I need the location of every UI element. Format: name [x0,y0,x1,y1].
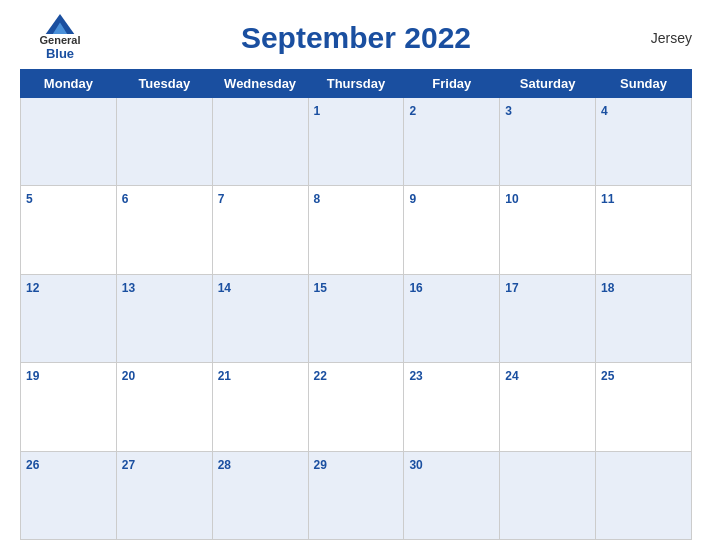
logo: General Blue [20,14,100,61]
day-number: 12 [26,281,39,295]
day-number: 27 [122,458,135,472]
weekday-header-sunday: Sunday [596,70,692,98]
calendar-cell: 15 [308,274,404,362]
calendar-cell: 14 [212,274,308,362]
calendar-cell: 9 [404,186,500,274]
calendar-cell: 13 [116,274,212,362]
weekday-header-friday: Friday [404,70,500,98]
calendar-cell: 18 [596,274,692,362]
week-row-1: 1234 [21,98,692,186]
day-number: 14 [218,281,231,295]
calendar-cell: 12 [21,274,117,362]
calendar-cell: 27 [116,451,212,539]
weekday-header-saturday: Saturday [500,70,596,98]
calendar-cell [116,98,212,186]
calendar-cell: 28 [212,451,308,539]
calendar-cell: 11 [596,186,692,274]
region-label: Jersey [612,30,692,46]
weekday-header-wednesday: Wednesday [212,70,308,98]
calendar-table: MondayTuesdayWednesdayThursdayFridaySatu… [20,69,692,540]
calendar-cell: 8 [308,186,404,274]
day-number: 1 [314,104,321,118]
calendar-cell: 30 [404,451,500,539]
calendar-cell: 10 [500,186,596,274]
calendar-cell: 25 [596,363,692,451]
day-number: 5 [26,192,33,206]
day-number: 21 [218,369,231,383]
calendar-cell: 16 [404,274,500,362]
day-number: 4 [601,104,608,118]
weekday-header-thursday: Thursday [308,70,404,98]
day-number: 23 [409,369,422,383]
day-number: 19 [26,369,39,383]
calendar-cell [212,98,308,186]
day-number: 26 [26,458,39,472]
day-number: 8 [314,192,321,206]
logo-general: General [40,34,81,46]
week-row-2: 567891011 [21,186,692,274]
weekday-header-monday: Monday [21,70,117,98]
calendar-cell: 19 [21,363,117,451]
week-row-3: 12131415161718 [21,274,692,362]
day-number: 29 [314,458,327,472]
calendar-cell: 23 [404,363,500,451]
logo-icon [45,14,75,34]
day-number: 16 [409,281,422,295]
day-number: 2 [409,104,416,118]
calendar-cell [596,451,692,539]
day-number: 28 [218,458,231,472]
week-row-5: 2627282930 [21,451,692,539]
calendar-cell: 17 [500,274,596,362]
day-number: 13 [122,281,135,295]
week-row-4: 19202122232425 [21,363,692,451]
calendar-cell: 21 [212,363,308,451]
day-number: 9 [409,192,416,206]
calendar-cell: 20 [116,363,212,451]
calendar-cell: 4 [596,98,692,186]
weekday-header-tuesday: Tuesday [116,70,212,98]
calendar-cell: 3 [500,98,596,186]
day-number: 15 [314,281,327,295]
calendar-cell: 24 [500,363,596,451]
day-number: 17 [505,281,518,295]
day-number: 18 [601,281,614,295]
day-number: 30 [409,458,422,472]
calendar-cell: 26 [21,451,117,539]
day-number: 10 [505,192,518,206]
day-number: 6 [122,192,129,206]
day-number: 25 [601,369,614,383]
calendar-title: September 2022 [241,21,471,55]
day-number: 11 [601,192,614,206]
calendar-cell [21,98,117,186]
day-number: 20 [122,369,135,383]
calendar-cell: 22 [308,363,404,451]
weekday-header-row: MondayTuesdayWednesdayThursdayFridaySatu… [21,70,692,98]
day-number: 24 [505,369,518,383]
calendar-cell: 1 [308,98,404,186]
calendar-cell: 5 [21,186,117,274]
day-number: 22 [314,369,327,383]
day-number: 3 [505,104,512,118]
calendar-cell: 6 [116,186,212,274]
calendar-cell: 2 [404,98,500,186]
calendar-header: General Blue September 2022 Jersey [20,10,692,65]
day-number: 7 [218,192,225,206]
logo-blue: Blue [46,46,74,61]
calendar-cell [500,451,596,539]
calendar-cell: 29 [308,451,404,539]
calendar-cell: 7 [212,186,308,274]
